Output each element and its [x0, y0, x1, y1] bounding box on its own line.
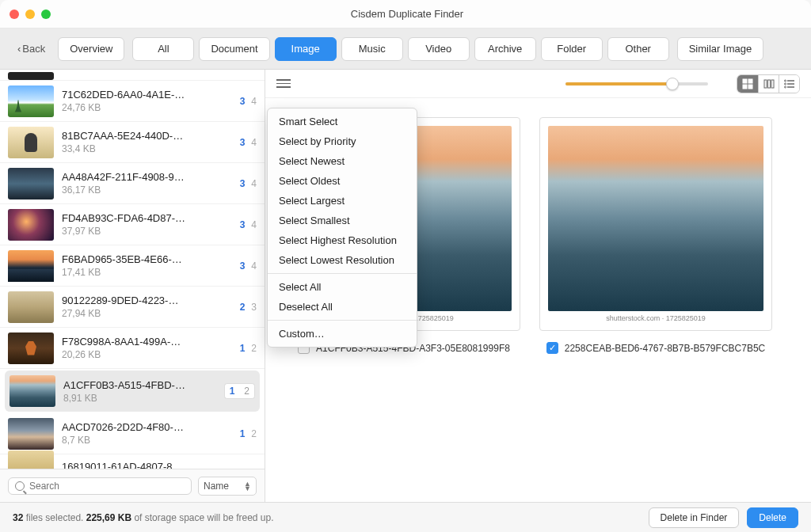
thumbnail — [8, 450, 54, 469]
tab-music[interactable]: Music — [341, 37, 403, 61]
menu-item[interactable]: Select Smallest — [268, 211, 417, 230]
select-menu-button[interactable] — [276, 77, 291, 91]
duplicate-counts: 34 — [240, 96, 257, 107]
tab-document[interactable]: Document — [199, 37, 269, 61]
list-item-meta: AACD7026-2D2D-4F80-… 8,7 KB — [62, 421, 232, 446]
view-columns-button[interactable] — [758, 75, 779, 93]
selected-count: 3 — [240, 219, 246, 230]
menu-item[interactable]: Select by Priority — [268, 131, 417, 151]
grid-icon — [742, 78, 753, 89]
file-name: 81BC7AAA-5E24-440D-… — [62, 130, 232, 142]
menu-item[interactable]: Smart Select — [268, 112, 417, 131]
svg-rect-5 — [767, 80, 770, 88]
duplicate-counts: 12 — [224, 383, 255, 399]
selected-count: 32 — [13, 512, 23, 523]
list-item-meta: F78C998A-8AA1-499A-… 20,26 KB — [62, 336, 232, 360]
preview-file-name: 2258CEAB-BED6-4767-8B7B-B579FCBC7B5C — [565, 343, 765, 354]
tab-image[interactable]: Image — [275, 37, 337, 61]
thumbnail — [8, 291, 54, 323]
thumbnail — [8, 332, 54, 364]
list-item[interactable]: AACD7026-2D2D-4F80-… 8,7 KB 12 — [0, 413, 265, 454]
search-input[interactable] — [29, 481, 185, 492]
selected-count: 1 — [240, 428, 246, 439]
delete-button[interactable]: Delete — [747, 507, 798, 528]
menu-item[interactable]: Select Lowest Resolution — [268, 250, 417, 270]
list-item[interactable]: F6BAD965-35EB-4E66-… 17,41 KB 34 — [0, 245, 265, 287]
sort-label: Name — [204, 481, 229, 492]
file-size: 20,26 KB — [62, 349, 232, 360]
tab-folder[interactable]: Folder — [541, 37, 603, 61]
menu-item[interactable]: Select Largest — [268, 191, 417, 211]
total-count: 4 — [251, 219, 257, 230]
svg-point-10 — [784, 80, 786, 82]
tab-archive[interactable]: Archive — [474, 37, 536, 61]
list-item[interactable]: 16819011-61AD-4807-8… — [0, 454, 265, 469]
file-size: 33,4 KB — [62, 143, 232, 154]
status-text: 32 files selected. 225,69 KB of storage … — [13, 512, 274, 523]
selected-count: 3 — [240, 260, 246, 272]
list-item-meta: A1CFF0B3-A515-4FBD-… 8,91 KB — [63, 379, 216, 404]
tab-video[interactable]: Video — [408, 37, 470, 61]
file-size: 17,41 KB — [62, 267, 232, 278]
menu-item[interactable]: Select Newest — [268, 151, 417, 171]
menu-item[interactable]: Custom… — [268, 324, 417, 344]
list-item[interactable]: 71C62DED-6AA0-4A1E-… 24,76 KB 34 — [0, 81, 265, 122]
preview-image-frame: shutterstock.com · 1725825019 — [539, 117, 772, 331]
delete-in-finder-button[interactable]: Delete in Finder — [649, 507, 740, 528]
minimize-icon[interactable] — [25, 10, 35, 19]
search-field[interactable] — [8, 477, 192, 495]
close-icon[interactable] — [10, 10, 19, 19]
total-count: 2 — [251, 428, 257, 439]
view-grid-button[interactable] — [737, 75, 758, 93]
total-count: 2 — [251, 343, 257, 354]
slider-thumb[interactable] — [666, 78, 679, 90]
selected-count: 3 — [240, 137, 246, 148]
stepper-icon: ▲▼ — [244, 481, 251, 491]
columns-icon — [763, 78, 775, 89]
back-button[interactable]: ‹ Back — [13, 40, 50, 58]
selected-count: 1 — [224, 383, 240, 399]
preview-checkbox[interactable] — [546, 342, 558, 354]
thumbnail — [8, 86, 54, 117]
zoom-slider[interactable] — [565, 82, 708, 86]
list-item[interactable]: 90122289-9DED-4223-… 27,94 KB 23 — [0, 287, 265, 328]
list-item[interactable]: 81BC7AAA-5E24-440D-… 33,4 KB 34 — [0, 122, 265, 163]
total-count: 2 — [239, 383, 255, 399]
tab-all[interactable]: All — [132, 37, 194, 61]
thumbnail — [8, 168, 54, 200]
tab-other[interactable]: Other — [607, 37, 669, 61]
menu-item[interactable]: Select Highest Resolution — [268, 230, 417, 250]
menu-item[interactable]: Deselect All — [268, 297, 417, 317]
list-item[interactable]: F78C998A-8AA1-499A-… 20,26 KB 12 — [0, 328, 265, 369]
thumbnail — [8, 209, 54, 241]
menu-item[interactable]: Select All — [268, 277, 417, 297]
total-count: 3 — [251, 302, 257, 313]
sort-select[interactable]: Name ▲▼ — [198, 477, 257, 496]
file-name: FD4AB93C-FDA6-4D87-… — [62, 212, 232, 224]
tab-similar-image[interactable]: Similar Image — [677, 37, 763, 61]
selected-count: 3 — [240, 178, 246, 189]
total-count: 4 — [251, 137, 257, 148]
file-name: AA48A42F-211F-4908-9… — [62, 171, 232, 183]
tab-overview[interactable]: Overview — [58, 37, 124, 61]
main-toolbar — [265, 70, 811, 98]
titlebar: Cisdem Duplicate Finder — [0, 0, 811, 28]
preview-card[interactable]: shutterstock.com · 1725825019 2258CEAB-B… — [539, 117, 772, 354]
menu-item[interactable]: Select Oldest — [268, 171, 417, 191]
thumbnail — [8, 127, 54, 158]
list-item[interactable]: FD4AB93C-FDA6-4D87-… 37,97 KB 34 — [0, 204, 265, 245]
list-item[interactable]: AA48A42F-211F-4908-9… 36,17 KB 34 — [0, 163, 265, 204]
list-item-partial-top[interactable] — [0, 70, 265, 81]
view-list-button[interactable] — [779, 75, 799, 93]
search-icon — [15, 481, 25, 491]
list-item-meta: FD4AB93C-FDA6-4D87-… 37,97 KB — [62, 212, 232, 237]
file-list[interactable]: 71C62DED-6AA0-4A1E-… 24,76 KB 34 81BC7AA… — [0, 70, 265, 469]
total-count: 4 — [251, 96, 257, 107]
zoom-icon[interactable] — [41, 10, 51, 19]
preview-area: shutterstock.com · 1725825019 A1CFF0B3-A… — [265, 98, 811, 502]
list-item[interactable]: A1CFF0B3-A515-4FBD-… 8,91 KB 12 — [5, 370, 260, 412]
menu-separator — [268, 273, 417, 274]
back-label: Back — [22, 43, 45, 55]
duplicate-counts: 34 — [240, 178, 257, 189]
freed-size: 225,69 KB — [86, 512, 131, 523]
